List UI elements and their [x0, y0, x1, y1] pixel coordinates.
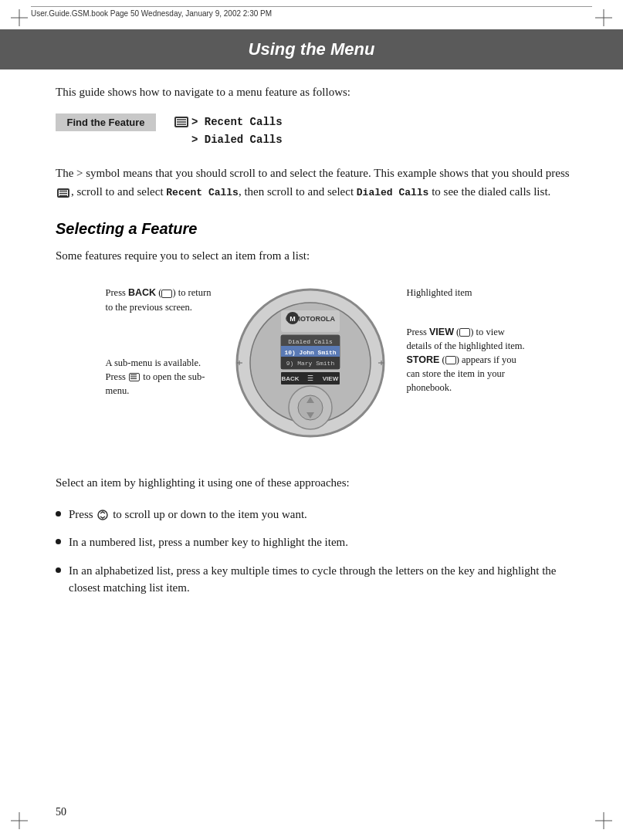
- corner-mark-tr: [595, 9, 612, 26]
- left-annotations: Press BACK () to return to the previous …: [106, 278, 214, 398]
- svg-text:M: M: [289, 315, 296, 323]
- page-header: Using the Menu: [0, 29, 623, 69]
- recent-calls-ref: Recent Calls: [166, 187, 239, 198]
- corner-mark-tl: [11, 9, 28, 26]
- find-feature-box: Find the Feature > Recent Calls > Dialed…: [56, 113, 580, 151]
- svg-text:9) Mary Smith: 9) Mary Smith: [286, 360, 334, 367]
- intro-paragraph: This guide shows how to navigate to a me…: [56, 83, 580, 101]
- bullet-item-1: Press to scroll up or down to the item y…: [56, 506, 580, 523]
- path-line1: > Recent Calls: [191, 116, 283, 128]
- phone-diagram-area: Press BACK () to return to the previous …: [56, 278, 580, 456]
- page-number: 50: [56, 806, 66, 818]
- bullet-dot-3: [56, 567, 61, 573]
- annotation-view: Press VIEW () to view details of the hig…: [407, 325, 530, 395]
- store-label: STORE: [407, 354, 440, 365]
- bullet-list: Press to scroll up or down to the item y…: [56, 506, 580, 597]
- corner-mark-bl: [11, 812, 28, 829]
- svg-text:Dialed Calls: Dialed Calls: [288, 338, 333, 345]
- section-intro: Some features require you to select an i…: [56, 247, 580, 265]
- main-content: This guide shows how to navigate to a me…: [56, 83, 580, 608]
- bullet-dot-2: [56, 539, 61, 544]
- bullet-dot-1: [56, 511, 61, 517]
- menu-icon-ref: [174, 117, 188, 127]
- bullet-item-2: In a numbered list, press a number key t…: [56, 533, 580, 551]
- dialed-calls-ref: Dialed Calls: [357, 187, 429, 198]
- corner-mark-br: [595, 812, 612, 829]
- svg-text:☰: ☰: [307, 374, 313, 382]
- file-info-text: User.Guide.GSM.book Page 50 Wednesday, J…: [31, 9, 272, 18]
- svg-text:VIEW: VIEW: [322, 375, 338, 382]
- view-label: VIEW: [429, 327, 454, 337]
- find-feature-label: Find the Feature: [56, 113, 156, 131]
- svg-text:BACK: BACK: [281, 375, 299, 382]
- find-feature-value: > Recent Calls > Dialed Calls: [174, 113, 283, 151]
- file-info-bar: User.Guide.GSM.book Page 50 Wednesday, J…: [31, 6, 592, 18]
- annotation-back: Press BACK () to return to the previous …: [106, 286, 214, 313]
- svg-text:10) John Smith: 10) John Smith: [284, 349, 336, 356]
- back-label: BACK: [128, 287, 156, 298]
- right-annotations: Highlighted item Press VIEW () to view d…: [407, 278, 530, 395]
- bullet-text-2: In a numbered list, press a number key t…: [69, 533, 348, 551]
- description-paragraph: The > symbol means that you should scrol…: [56, 164, 580, 202]
- annotation-highlighted: Highlighted item: [407, 286, 530, 300]
- path-line2: > Dialed Calls: [174, 134, 283, 146]
- annotation-submenu: A sub-menu is available. Press to open t…: [106, 356, 214, 398]
- bullet-text-1: Press to scroll up or down to the item y…: [69, 506, 307, 523]
- section-heading: Selecting a Feature: [56, 220, 580, 238]
- page-header-title: Using the Menu: [249, 39, 375, 59]
- select-item-intro: Select an item by highlighting it using …: [56, 474, 580, 492]
- bullet-text-3: In an alphabetized list, press a key mul…: [69, 562, 580, 597]
- phone-graphic: ⓪ MOTOROLA M Dialed Calls 10) John Smith…: [214, 278, 407, 448]
- bullet-item-3: In an alphabetized list, press a key mul…: [56, 562, 580, 597]
